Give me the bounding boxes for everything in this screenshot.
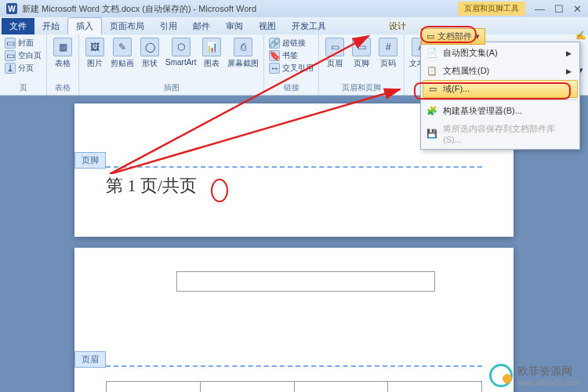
minimize-button[interactable]: — [535,3,545,15]
content-table[interactable] [176,271,435,292]
watermark-logo-icon [489,364,513,387]
footer-tag: 页脚 [74,152,106,169]
table-icon: ▦ [53,38,72,56]
footer-icon: ▭ [352,38,371,56]
maximize-button[interactable]: ☐ [554,3,564,15]
chart-icon: 📊 [202,38,221,56]
group-illustrations-label: 插图 [84,82,259,93]
chevron-right-icon: ▶ [566,49,572,57]
menu-building-blocks[interactable]: 🧩构建基块管理器(B)... [423,102,578,120]
page-2[interactable]: 页眉 百度 百度 百度 百度 [74,248,514,392]
tab-references[interactable]: 引用 [152,18,185,34]
tab-insert[interactable]: 插入 [67,17,102,34]
page-icon: ▭ [5,38,16,49]
header-icon: ▭ [325,38,344,56]
contextual-tab-label: 页眉和页脚工具 [458,2,525,16]
tab-design[interactable]: 设计 [381,18,414,34]
picture-button[interactable]: 🖼图片 [84,38,106,69]
signature-button[interactable]: ✍签名行 ▾ [572,28,588,43]
break-icon: ⤓ [5,63,16,74]
group-links-label: 链接 [269,82,314,93]
docprops-icon: 📋 [426,65,438,78]
ribbon-tabs: 文件 开始 插入 页面布局 引用 邮件 审阅 视图 开发工具 设计 [0,17,588,34]
table-button[interactable]: ▦表格 [52,38,74,69]
footer-boundary: 页脚 [106,166,482,168]
screenshot-button[interactable]: ⎙屏幕截图 [227,38,259,69]
tab-home[interactable]: 开始 [34,18,67,34]
cover-page-button[interactable]: ▭封面 [5,38,42,49]
chart-button[interactable]: 📊图表 [201,38,223,69]
hyperlink-button[interactable]: 🔗超链接 [269,38,314,49]
link-icon: 🔗 [269,38,280,49]
title-bar: W 新建 Microsoft Word 文档.docx (自动保存的) - Mi… [0,0,588,17]
pagenum-icon: # [379,38,397,56]
footer-button[interactable]: ▭页脚 [350,38,372,69]
tab-review[interactable]: 审阅 [218,18,251,34]
save-icon: 💾 [426,128,438,140]
menu-save-selection: 💾将所选内容保存到文档部件库(S)... [423,120,578,147]
shapes-icon: ◯ [140,38,159,56]
shapes-button[interactable]: ◯形状 [139,38,161,69]
watermark-name: 欧菲资源网 [517,365,580,379]
screenshot-icon: ⎙ [234,38,252,56]
header-button[interactable]: ▭页眉 [324,38,346,69]
clipart-button[interactable]: ✎剪贴画 [111,38,134,69]
watermark-url: www.office26.com [517,379,580,387]
table-cell[interactable]: 百度 [294,382,388,393]
bookmark-button[interactable]: 🔖书签 [269,50,314,61]
tab-mailings[interactable]: 邮件 [185,18,218,34]
group-tables-label: 表格 [52,82,74,93]
tab-layout[interactable]: 页面布局 [102,18,152,34]
table-cell[interactable]: 百度 [200,382,294,393]
word-app-icon: W [6,3,17,14]
signature-icon: ✍ [575,31,586,41]
header-tag: 页眉 [74,351,106,368]
menu-autotext[interactable]: 📄自动图文集(A)▶ [423,44,578,62]
table-cell[interactable]: 百度 [107,382,201,393]
bottom-table[interactable]: 百度 百度 百度 百度 [106,381,482,392]
group-pages-label: 页 [5,82,42,93]
close-button[interactable]: ✕ [573,3,582,15]
crossref-button[interactable]: ↔交叉引用 [269,63,314,74]
watermark: 欧菲资源网 www.office26.com [489,364,580,387]
smartart-icon: ⬡ [172,38,191,56]
group-headerfooter-label: 页眉和页脚 [324,82,399,93]
quickparts-button[interactable]: ▭ 文档部件▾ [421,28,485,45]
autotext-icon: 📄 [426,47,438,60]
menu-docprops[interactable]: 📋文档属性(D)▶ [423,62,578,80]
footer-page-text[interactable]: 第 1 页/共页 [106,174,482,198]
header-boundary: 页眉 [106,365,482,367]
blank-page-button[interactable]: ▭空白页 [5,50,42,61]
quickparts-dropdown: ▭ 文档部件▾ ✍签名行 ▾ 📄自动图文集(A)▶ 📋文档属性(D)▶ ▭域(F… [420,42,580,150]
picture-icon: 🖼 [85,38,104,56]
blank-icon: ▭ [5,50,16,61]
tab-view[interactable]: 视图 [251,18,284,34]
smartart-button[interactable]: ⬡SmartArt [165,38,196,69]
table-cell[interactable]: 百度 [388,382,482,393]
blocks-icon: 🧩 [426,105,438,118]
chevron-down-icon: ▾ [475,31,480,42]
tab-developer[interactable]: 开发工具 [284,18,334,34]
pagenum-button[interactable]: #页码 [377,38,399,69]
clipart-icon: ✎ [113,38,132,56]
field-icon: ▭ [426,83,439,96]
chevron-right-icon: ▶ [566,67,572,75]
menu-field[interactable]: ▭域(F)... [423,80,578,98]
bookmark-icon: 🔖 [269,50,280,61]
crossref-icon: ↔ [269,63,280,74]
window-title: 新建 Microsoft Word 文档.docx (自动保存的) - Micr… [22,3,458,15]
page-break-button[interactable]: ⤓分页 [5,63,42,74]
quickparts-icon: ▭ [426,31,434,42]
tab-file[interactable]: 文件 [2,18,34,34]
